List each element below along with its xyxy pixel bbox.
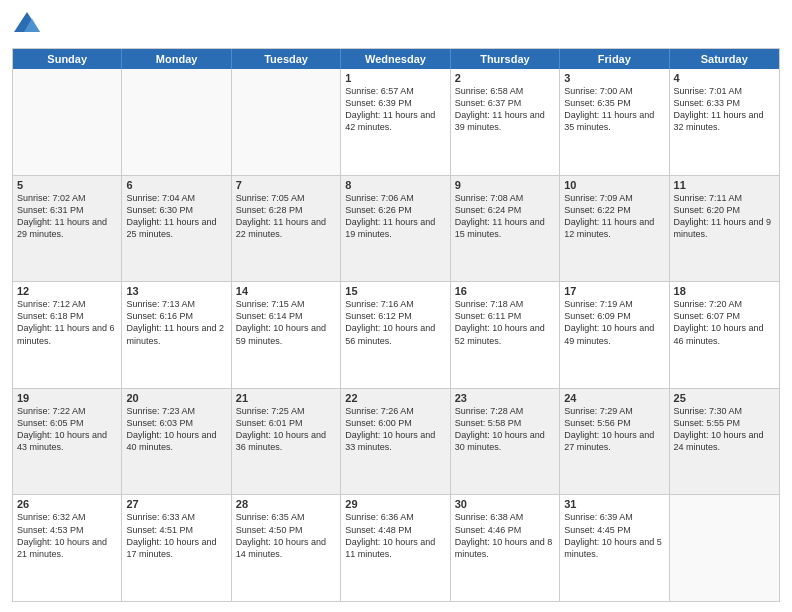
day-number: 12 bbox=[17, 285, 117, 297]
calendar-row-4: 26Sunrise: 6:32 AM Sunset: 4:53 PM Dayli… bbox=[13, 495, 779, 601]
calendar-row-0: 1Sunrise: 6:57 AM Sunset: 6:39 PM Daylig… bbox=[13, 69, 779, 176]
day-info: Sunrise: 7:20 AM Sunset: 6:07 PM Dayligh… bbox=[674, 298, 775, 347]
day-number: 8 bbox=[345, 179, 445, 191]
day-number: 13 bbox=[126, 285, 226, 297]
day-number: 3 bbox=[564, 72, 664, 84]
calendar-cell-w4d0: 26Sunrise: 6:32 AM Sunset: 4:53 PM Dayli… bbox=[13, 495, 122, 601]
header-day-thursday: Thursday bbox=[451, 49, 560, 69]
day-info: Sunrise: 7:05 AM Sunset: 6:28 PM Dayligh… bbox=[236, 192, 336, 241]
day-info: Sunrise: 7:12 AM Sunset: 6:18 PM Dayligh… bbox=[17, 298, 117, 347]
day-info: Sunrise: 6:38 AM Sunset: 4:46 PM Dayligh… bbox=[455, 511, 555, 560]
header-day-tuesday: Tuesday bbox=[232, 49, 341, 69]
day-number: 19 bbox=[17, 392, 117, 404]
day-info: Sunrise: 7:00 AM Sunset: 6:35 PM Dayligh… bbox=[564, 85, 664, 134]
day-info: Sunrise: 7:13 AM Sunset: 6:16 PM Dayligh… bbox=[126, 298, 226, 347]
day-number: 1 bbox=[345, 72, 445, 84]
calendar: SundayMondayTuesdayWednesdayThursdayFrid… bbox=[12, 48, 780, 602]
calendar-cell-w1d2: 7Sunrise: 7:05 AM Sunset: 6:28 PM Daylig… bbox=[232, 176, 341, 282]
calendar-cell-w1d1: 6Sunrise: 7:04 AM Sunset: 6:30 PM Daylig… bbox=[122, 176, 231, 282]
day-number: 9 bbox=[455, 179, 555, 191]
day-number: 30 bbox=[455, 498, 555, 510]
day-info: Sunrise: 7:16 AM Sunset: 6:12 PM Dayligh… bbox=[345, 298, 445, 347]
day-number: 24 bbox=[564, 392, 664, 404]
calendar-body: 1Sunrise: 6:57 AM Sunset: 6:39 PM Daylig… bbox=[13, 69, 779, 601]
page: SundayMondayTuesdayWednesdayThursdayFrid… bbox=[0, 0, 792, 612]
day-number: 25 bbox=[674, 392, 775, 404]
header-day-saturday: Saturday bbox=[670, 49, 779, 69]
day-info: Sunrise: 6:57 AM Sunset: 6:39 PM Dayligh… bbox=[345, 85, 445, 134]
day-info: Sunrise: 6:33 AM Sunset: 4:51 PM Dayligh… bbox=[126, 511, 226, 560]
day-info: Sunrise: 7:01 AM Sunset: 6:33 PM Dayligh… bbox=[674, 85, 775, 134]
day-info: Sunrise: 7:29 AM Sunset: 5:56 PM Dayligh… bbox=[564, 405, 664, 454]
day-number: 11 bbox=[674, 179, 775, 191]
day-info: Sunrise: 7:18 AM Sunset: 6:11 PM Dayligh… bbox=[455, 298, 555, 347]
day-info: Sunrise: 7:23 AM Sunset: 6:03 PM Dayligh… bbox=[126, 405, 226, 454]
calendar-header: SundayMondayTuesdayWednesdayThursdayFrid… bbox=[13, 49, 779, 69]
calendar-cell-w3d1: 20Sunrise: 7:23 AM Sunset: 6:03 PM Dayli… bbox=[122, 389, 231, 495]
day-info: Sunrise: 6:32 AM Sunset: 4:53 PM Dayligh… bbox=[17, 511, 117, 560]
calendar-row-1: 5Sunrise: 7:02 AM Sunset: 6:31 PM Daylig… bbox=[13, 176, 779, 283]
calendar-cell-w0d1 bbox=[122, 69, 231, 175]
day-info: Sunrise: 7:22 AM Sunset: 6:05 PM Dayligh… bbox=[17, 405, 117, 454]
calendar-cell-w4d6 bbox=[670, 495, 779, 601]
day-info: Sunrise: 6:58 AM Sunset: 6:37 PM Dayligh… bbox=[455, 85, 555, 134]
day-number: 2 bbox=[455, 72, 555, 84]
day-number: 28 bbox=[236, 498, 336, 510]
logo bbox=[12, 10, 46, 40]
calendar-cell-w1d3: 8Sunrise: 7:06 AM Sunset: 6:26 PM Daylig… bbox=[341, 176, 450, 282]
day-number: 23 bbox=[455, 392, 555, 404]
calendar-cell-w4d1: 27Sunrise: 6:33 AM Sunset: 4:51 PM Dayli… bbox=[122, 495, 231, 601]
day-number: 7 bbox=[236, 179, 336, 191]
calendar-cell-w3d2: 21Sunrise: 7:25 AM Sunset: 6:01 PM Dayli… bbox=[232, 389, 341, 495]
calendar-row-3: 19Sunrise: 7:22 AM Sunset: 6:05 PM Dayli… bbox=[13, 389, 779, 496]
calendar-row-2: 12Sunrise: 7:12 AM Sunset: 6:18 PM Dayli… bbox=[13, 282, 779, 389]
header-day-wednesday: Wednesday bbox=[341, 49, 450, 69]
day-info: Sunrise: 7:30 AM Sunset: 5:55 PM Dayligh… bbox=[674, 405, 775, 454]
calendar-cell-w1d6: 11Sunrise: 7:11 AM Sunset: 6:20 PM Dayli… bbox=[670, 176, 779, 282]
day-number: 22 bbox=[345, 392, 445, 404]
calendar-cell-w4d4: 30Sunrise: 6:38 AM Sunset: 4:46 PM Dayli… bbox=[451, 495, 560, 601]
calendar-cell-w4d3: 29Sunrise: 6:36 AM Sunset: 4:48 PM Dayli… bbox=[341, 495, 450, 601]
calendar-cell-w2d2: 14Sunrise: 7:15 AM Sunset: 6:14 PM Dayli… bbox=[232, 282, 341, 388]
calendar-cell-w1d4: 9Sunrise: 7:08 AM Sunset: 6:24 PM Daylig… bbox=[451, 176, 560, 282]
day-info: Sunrise: 7:02 AM Sunset: 6:31 PM Dayligh… bbox=[17, 192, 117, 241]
day-info: Sunrise: 7:19 AM Sunset: 6:09 PM Dayligh… bbox=[564, 298, 664, 347]
calendar-cell-w2d5: 17Sunrise: 7:19 AM Sunset: 6:09 PM Dayli… bbox=[560, 282, 669, 388]
day-number: 15 bbox=[345, 285, 445, 297]
calendar-cell-w2d6: 18Sunrise: 7:20 AM Sunset: 6:07 PM Dayli… bbox=[670, 282, 779, 388]
day-info: Sunrise: 6:35 AM Sunset: 4:50 PM Dayligh… bbox=[236, 511, 336, 560]
day-number: 20 bbox=[126, 392, 226, 404]
day-number: 6 bbox=[126, 179, 226, 191]
calendar-cell-w3d5: 24Sunrise: 7:29 AM Sunset: 5:56 PM Dayli… bbox=[560, 389, 669, 495]
calendar-cell-w2d1: 13Sunrise: 7:13 AM Sunset: 6:16 PM Dayli… bbox=[122, 282, 231, 388]
day-info: Sunrise: 7:04 AM Sunset: 6:30 PM Dayligh… bbox=[126, 192, 226, 241]
calendar-cell-w0d5: 3Sunrise: 7:00 AM Sunset: 6:35 PM Daylig… bbox=[560, 69, 669, 175]
calendar-cell-w2d0: 12Sunrise: 7:12 AM Sunset: 6:18 PM Dayli… bbox=[13, 282, 122, 388]
day-number: 17 bbox=[564, 285, 664, 297]
calendar-cell-w1d5: 10Sunrise: 7:09 AM Sunset: 6:22 PM Dayli… bbox=[560, 176, 669, 282]
calendar-cell-w2d4: 16Sunrise: 7:18 AM Sunset: 6:11 PM Dayli… bbox=[451, 282, 560, 388]
calendar-cell-w0d0 bbox=[13, 69, 122, 175]
day-number: 21 bbox=[236, 392, 336, 404]
day-info: Sunrise: 7:11 AM Sunset: 6:20 PM Dayligh… bbox=[674, 192, 775, 241]
calendar-cell-w3d0: 19Sunrise: 7:22 AM Sunset: 6:05 PM Dayli… bbox=[13, 389, 122, 495]
day-info: Sunrise: 7:25 AM Sunset: 6:01 PM Dayligh… bbox=[236, 405, 336, 454]
day-number: 16 bbox=[455, 285, 555, 297]
day-number: 31 bbox=[564, 498, 664, 510]
header-day-friday: Friday bbox=[560, 49, 669, 69]
day-number: 29 bbox=[345, 498, 445, 510]
header bbox=[12, 10, 780, 40]
calendar-cell-w3d4: 23Sunrise: 7:28 AM Sunset: 5:58 PM Dayli… bbox=[451, 389, 560, 495]
calendar-cell-w2d3: 15Sunrise: 7:16 AM Sunset: 6:12 PM Dayli… bbox=[341, 282, 450, 388]
logo-icon bbox=[12, 10, 42, 40]
day-number: 18 bbox=[674, 285, 775, 297]
calendar-cell-w3d3: 22Sunrise: 7:26 AM Sunset: 6:00 PM Dayli… bbox=[341, 389, 450, 495]
day-number: 4 bbox=[674, 72, 775, 84]
day-number: 27 bbox=[126, 498, 226, 510]
calendar-cell-w0d4: 2Sunrise: 6:58 AM Sunset: 6:37 PM Daylig… bbox=[451, 69, 560, 175]
day-info: Sunrise: 7:08 AM Sunset: 6:24 PM Dayligh… bbox=[455, 192, 555, 241]
day-info: Sunrise: 7:15 AM Sunset: 6:14 PM Dayligh… bbox=[236, 298, 336, 347]
calendar-cell-w4d5: 31Sunrise: 6:39 AM Sunset: 4:45 PM Dayli… bbox=[560, 495, 669, 601]
day-number: 5 bbox=[17, 179, 117, 191]
day-number: 10 bbox=[564, 179, 664, 191]
